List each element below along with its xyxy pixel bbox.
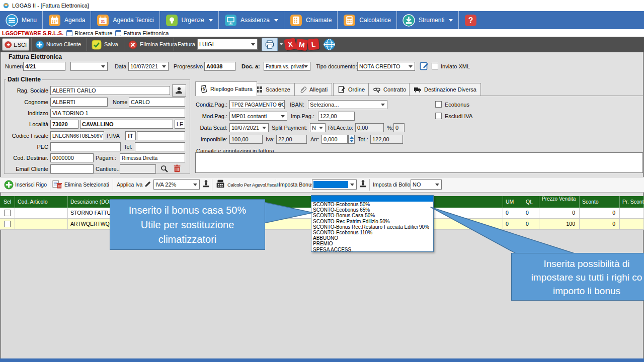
pagam-field[interactable]: Rimessa Diretta xyxy=(120,153,185,162)
inserisci-rigo-button[interactable]: Inserisci Rigo xyxy=(15,177,47,193)
dropdown-item[interactable]: SCONTO-Bonus Rec.Restauro Facciata Edifi… xyxy=(311,224,433,230)
codice-fiscale-field[interactable]: LNEGNN66T08E506V xyxy=(50,131,104,140)
applica-iva-select[interactable]: IVA 22% xyxy=(153,179,200,190)
tel-field[interactable] xyxy=(135,142,185,151)
esci-button[interactable]: ESCI xyxy=(2,38,29,51)
globe-icon[interactable] xyxy=(323,38,336,51)
condiz-pag-select[interactable]: TP02 PAGAMENTO COM xyxy=(229,100,285,109)
tab-allegati[interactable]: Allegati xyxy=(294,83,332,96)
chevron-down-icon xyxy=(209,19,213,22)
toolbar-urgenze-button[interactable]: Urgenze xyxy=(160,11,219,29)
toolbar-agenda-tecnici-button[interactable]: 31 Agenda Tecnici xyxy=(91,11,159,29)
tab-ordine[interactable]: Ordine xyxy=(333,83,369,96)
add-row-icon[interactable] xyxy=(4,180,14,190)
dropdown-item[interactable]: SCONTO-Bonus Casa 50% xyxy=(311,213,433,218)
imponibile-field[interactable]: 100,00 xyxy=(229,135,263,144)
iva-field[interactable]: 22,00 xyxy=(276,135,307,144)
breadcrumb-ricerca-fatture[interactable]: Ricerca Fatture xyxy=(66,30,112,36)
dropdown-item[interactable]: SCONTO-Ecobonus 50% xyxy=(311,202,433,207)
inviato-xml-checkbox[interactable] xyxy=(432,63,438,69)
xml-dice-m[interactable]: M xyxy=(296,39,308,51)
data-scad-field[interactable]: 10/07/2021 xyxy=(229,123,269,132)
anagrafica-button[interactable] xyxy=(172,84,186,97)
arr-field[interactable]: 0,000 xyxy=(321,135,348,144)
imposta-bollo-select[interactable]: NO xyxy=(411,179,442,190)
arr-stepper[interactable] xyxy=(348,135,355,144)
rit-acc-field[interactable]: 0,00 xyxy=(355,123,384,132)
row-checkbox[interactable] xyxy=(4,221,11,227)
tipo-documento-select[interactable]: NOTA CREDITO xyxy=(357,62,415,71)
elimina-selezionati-button[interactable]: Elimina Selezionati xyxy=(64,177,109,193)
cantiere-field[interactable] xyxy=(120,164,156,173)
dropdown-item[interactable]: PREMIO xyxy=(311,241,433,246)
provincia-field[interactable]: LE xyxy=(175,120,185,129)
email-cliente-field[interactable] xyxy=(50,164,94,173)
cognome-field[interactable]: ALBERTI xyxy=(50,98,108,107)
citta-field[interactable]: CAVALLINO xyxy=(80,120,173,129)
search-icon[interactable] xyxy=(160,164,169,173)
toolbar-assistenza-button[interactable]: Assistenza xyxy=(219,11,284,29)
dropdown-selected-blank[interactable] xyxy=(311,196,433,202)
xml-dice-x[interactable]: X xyxy=(284,38,296,50)
numero-suffix-select[interactable] xyxy=(70,62,108,71)
salva-button[interactable]: Salva xyxy=(104,37,118,52)
toolbar-strumenti-button[interactable]: Strumenti xyxy=(397,11,459,29)
row-checkbox[interactable] xyxy=(4,210,11,216)
calcolo-agevolazioni-button[interactable]: Calcolo Per Agevol.fiscali xyxy=(227,177,278,193)
col-sel[interactable]: Sel xyxy=(0,196,15,208)
pec-field[interactable] xyxy=(50,142,121,151)
trash-icon[interactable] xyxy=(173,164,182,173)
toolbar-agenda-button[interactable]: Agenda xyxy=(43,11,91,29)
dropdown-item[interactable]: SCONTO-Ecobonus 65% xyxy=(311,207,433,213)
indirizzo-field[interactable]: VIA TORINO 1 xyxy=(50,109,185,118)
toolbar-menu-button[interactable]: Menu xyxy=(0,11,43,29)
elimina-fattura-button[interactable]: Elimina Fattura xyxy=(140,37,177,52)
stamp-icon[interactable] xyxy=(202,179,210,189)
col-cod-articolo[interactable]: Cod. Articolo xyxy=(15,196,68,208)
print-options-chevron-icon[interactable] xyxy=(279,43,283,45)
cod-destinar-field[interactable]: 0000000 xyxy=(50,153,94,162)
perc-field[interactable]: 0 xyxy=(393,123,405,132)
piva-prefix-field[interactable]: IT xyxy=(125,131,136,140)
tab-riepilogo-fattura[interactable]: $ Riepilogo Fattura xyxy=(195,81,257,96)
print-button[interactable] xyxy=(262,38,278,51)
causale-textarea[interactable] xyxy=(195,152,643,173)
dropdown-item[interactable]: ABBUONO xyxy=(311,235,433,241)
doc-a-select[interactable]: Fattura vs. privati xyxy=(264,62,310,71)
split-payment-select[interactable]: N xyxy=(310,123,326,132)
rag-sociale-field[interactable]: ALBERTI CARLO xyxy=(50,86,170,95)
data-field[interactable]: 10/07/2021 xyxy=(128,62,169,71)
imp-pag-field[interactable]: 122,00 xyxy=(318,112,355,121)
stamp-icon[interactable] xyxy=(359,179,367,189)
toolbar-help-button[interactable]: ? xyxy=(459,11,482,29)
nome-field[interactable]: CARLO xyxy=(129,98,185,107)
chevron-down-icon xyxy=(251,43,255,46)
iban-select[interactable]: Seleziona... xyxy=(308,100,387,109)
applica-iva-button[interactable]: Applica Iva xyxy=(117,177,142,193)
mod-pag-select[interactable]: MP01 contanti xyxy=(229,112,287,121)
col-sconto[interactable]: Sconto xyxy=(580,196,620,208)
edit-document-icon[interactable] xyxy=(419,61,429,71)
dropdown-item[interactable]: SCONTO-Rec.Patrim.Edilizio 50% xyxy=(311,219,433,224)
col-pr-scontato[interactable]: Pr. Scontato xyxy=(620,196,644,208)
imposta-bonus-select[interactable] xyxy=(312,179,357,190)
dropdown-item[interactable]: SCONTO-Ecobonus 110% xyxy=(311,230,433,235)
escludi-iva-checkbox[interactable] xyxy=(435,113,442,119)
tot-field[interactable]: 122,00 xyxy=(370,135,403,144)
toolbar-calcolatrice-button[interactable]: Calcolatrice xyxy=(338,11,397,29)
piva-field[interactable] xyxy=(137,131,185,140)
fattura-select[interactable]: LUIGI xyxy=(197,39,258,50)
xml-dice-l[interactable]: L xyxy=(307,38,319,50)
tab-destinazione-diversa[interactable]: Destinazione Diversa xyxy=(409,83,481,96)
cap-field[interactable]: 73020 xyxy=(50,120,78,129)
toolbar-chiamate-button[interactable]: Chiamate xyxy=(284,11,338,29)
tab-contratto[interactable]: Contratto xyxy=(368,83,411,96)
nuovo-cliente-button[interactable]: Nuovo Cliente xyxy=(46,37,81,52)
progressivo-field[interactable]: A0038 xyxy=(204,62,235,71)
ecobonus-checkbox[interactable] xyxy=(435,101,442,108)
dropdown-item[interactable]: SPESA ACCESS. xyxy=(311,247,433,252)
tab-scadenze[interactable]: Scadenze xyxy=(251,83,295,96)
breadcrumb-fattura-elettronica[interactable]: Fattura Elettronica xyxy=(115,30,169,36)
delete-selected-icon[interactable] xyxy=(52,179,63,190)
numero-field[interactable]: 4/21 xyxy=(23,62,65,71)
